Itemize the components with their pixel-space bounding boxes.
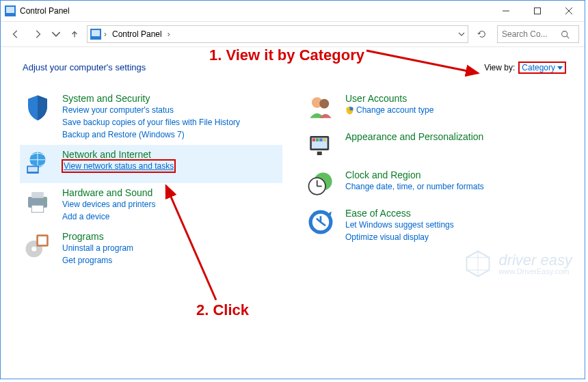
svg-point-23 (319, 99, 329, 109)
svg-rect-26 (312, 139, 315, 141)
navbar: › Control Panel › (1, 22, 585, 47)
category-network-internet: Network and Internet View network status… (20, 145, 282, 183)
task-link[interactable]: Let Windows suggest settings (345, 219, 454, 231)
category-link[interactable]: Hardware and Sound (62, 187, 156, 198)
forward-button[interactable] (28, 25, 47, 44)
dropdown-arrow-icon (557, 66, 563, 70)
svg-rect-27 (316, 139, 319, 141)
up-button[interactable] (65, 25, 84, 44)
task-link-view-network-status[interactable]: View network status and tasks (62, 160, 175, 172)
category-grid: System and Security Review your computer… (20, 89, 565, 271)
maximize-button[interactable] (522, 1, 553, 21)
annotation-text-1: 1. View it by Category (209, 46, 364, 64)
category-programs: Programs Uninstall a program Get program… (20, 227, 282, 271)
category-link[interactable]: User Accounts (345, 93, 433, 104)
svg-point-9 (562, 31, 567, 36)
category-system-security: System and Security Review your computer… (20, 89, 282, 145)
address-bar-icon (90, 29, 101, 40)
category-clock-region: Clock and Region Change date, time, or n… (303, 165, 565, 204)
category-link[interactable]: Programs (62, 231, 133, 242)
view-by-value: Category (522, 63, 555, 72)
appearance-icon (306, 131, 335, 160)
category-link[interactable]: Clock and Region (345, 169, 484, 180)
svg-point-19 (31, 247, 36, 251)
window-title: Control Panel (20, 6, 70, 16)
network-icon (23, 149, 52, 178)
task-link[interactable]: Backup and Restore (Windows 7) (62, 128, 240, 141)
recent-locations-button[interactable] (50, 25, 62, 44)
view-by-dropdown[interactable]: Category (519, 62, 565, 73)
titlebar-left: Control Panel (5, 5, 70, 16)
task-link[interactable]: Uninstall a program (62, 242, 133, 254)
shield-icon (23, 93, 52, 122)
minimize-button[interactable] (490, 1, 522, 21)
task-link[interactable]: Review your computer's status (62, 104, 240, 116)
breadcrumb-item[interactable]: Control Panel (109, 29, 165, 39)
content-area: 1. View it by Category Adjust your compu… (1, 47, 585, 286)
search-input[interactable] (500, 29, 558, 40)
category-appearance: Appearance and Personalization (303, 127, 565, 165)
svg-rect-29 (323, 139, 326, 141)
svg-rect-2 (9, 14, 12, 15)
svg-rect-28 (319, 139, 322, 141)
category-link[interactable]: Appearance and Personalization (345, 131, 483, 142)
programs-icon (23, 231, 52, 260)
svg-line-10 (567, 36, 569, 38)
task-link[interactable]: Add a device (62, 210, 156, 223)
category-hardware-sound: Hardware and Sound View devices and prin… (20, 183, 282, 227)
svg-rect-15 (31, 192, 44, 198)
address-dropdown-icon[interactable] (458, 31, 465, 38)
printer-icon (23, 187, 52, 216)
uac-shield-icon (345, 106, 354, 115)
svg-rect-16 (31, 205, 44, 213)
clock-icon (306, 169, 335, 198)
watermark-url: www.DriverEasy.com (498, 268, 572, 275)
titlebar-controls (490, 1, 585, 21)
view-by-label: View by: (484, 63, 515, 72)
category-link[interactable]: Network and Internet (62, 149, 175, 160)
svg-rect-1 (6, 7, 14, 13)
svg-rect-8 (92, 30, 100, 36)
ease-of-access-icon (306, 208, 335, 236)
svg-rect-30 (317, 152, 322, 155)
search-box[interactable] (497, 25, 579, 43)
task-link[interactable]: View devices and printers (62, 198, 156, 210)
svg-rect-13 (28, 167, 38, 172)
svg-rect-4 (535, 8, 541, 14)
user-accounts-icon (306, 93, 335, 122)
category-ease-of-access: Ease of Access Let Windows suggest setti… (303, 204, 565, 247)
refresh-button[interactable] (474, 26, 490, 42)
task-link[interactable]: Optimize visual display (345, 231, 454, 243)
category-link[interactable]: Ease of Access (345, 208, 454, 219)
close-button[interactable] (553, 1, 585, 21)
chevron-right-icon: › (168, 29, 170, 39)
category-user-accounts: User Accounts Change account type (303, 89, 565, 127)
address-bar[interactable]: › Control Panel › (87, 25, 468, 43)
control-panel-window: Control Panel › Control Panel › 1. View … (0, 0, 585, 379)
view-by-control: View by: Category (484, 62, 565, 73)
task-link[interactable]: Change date, time, or number formats (345, 180, 484, 193)
control-panel-icon (5, 5, 16, 16)
task-link[interactable]: Change account type (356, 104, 433, 116)
task-link[interactable]: Get programs (62, 254, 133, 267)
chevron-right-icon: › (104, 29, 107, 39)
titlebar: Control Panel (1, 1, 585, 22)
annotation-text-2: 2. Click (196, 301, 249, 319)
task-link[interactable]: Save backup copies of your files with Fi… (62, 116, 240, 128)
svg-rect-21 (38, 236, 46, 245)
svg-point-17 (44, 200, 46, 202)
back-button[interactable] (6, 25, 25, 44)
right-column: User Accounts Change account type Appear… (303, 89, 565, 271)
watermark-logo-icon (463, 249, 493, 279)
watermark: driver easy www.DriverEasy.com (463, 249, 572, 279)
left-column: System and Security Review your computer… (20, 89, 282, 271)
search-icon (561, 30, 570, 39)
category-link[interactable]: System and Security (62, 93, 240, 104)
watermark-brand: driver easy (498, 253, 572, 268)
